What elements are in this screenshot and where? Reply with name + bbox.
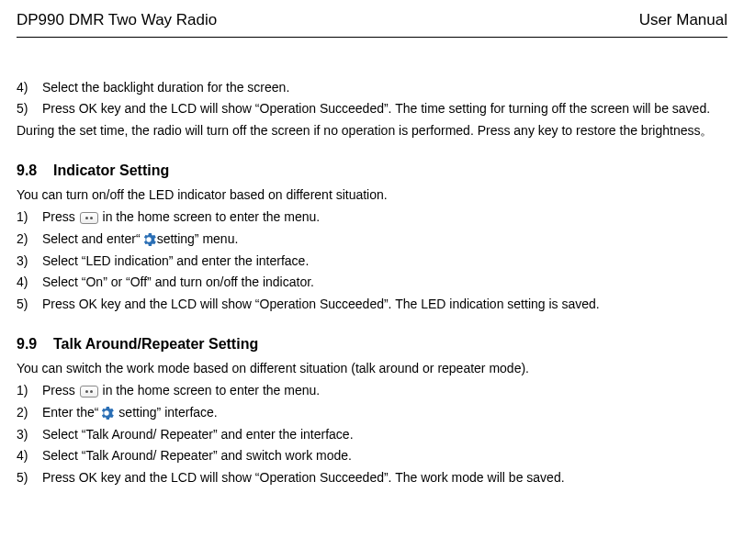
list-number: 4) <box>17 274 42 292</box>
list-text: Select “On” or “Off” and turn on/off the… <box>42 274 314 289</box>
list-item: 1)Press in the home screen to enter the … <box>17 382 727 400</box>
list-text: Select the backlight duration for the sc… <box>42 80 289 95</box>
list-number: 5) <box>17 296 42 314</box>
list-text: Select “LED indication” and enter the in… <box>42 253 309 268</box>
list-item: 4)Select the backlight duration for the … <box>17 79 727 97</box>
section-title: Indicator Setting <box>53 162 169 178</box>
list-number: 1) <box>17 208 42 227</box>
list-number: 3) <box>17 426 42 444</box>
list-item: 3)Select “Talk Around/ Repeater” and ent… <box>17 426 727 444</box>
list-number: 5) <box>17 469 42 487</box>
list-text: Press OK key and the LCD will show “Oper… <box>42 470 565 485</box>
list-text: Press <box>42 209 75 224</box>
document-body: 4)Select the backlight duration for the … <box>17 79 727 487</box>
list-text: in the home screen to enter the menu. <box>103 209 321 224</box>
list-item: 5)Press OK key and the LCD will show “Op… <box>17 296 727 314</box>
list-number: 3) <box>17 252 42 271</box>
list-text: Select “Talk Around/ Repeater” and switc… <box>42 448 352 463</box>
list-text: in the home screen to enter the menu. <box>103 383 321 398</box>
list-text: setting” menu. <box>157 231 239 246</box>
list-item: 2)Select and enter“setting” menu. <box>17 230 727 249</box>
list-number: 4) <box>17 79 42 97</box>
list-item: 4)Select “On” or “Off” and turn on/off t… <box>17 274 727 292</box>
list-text: Enter the“ <box>42 405 98 420</box>
list-text: Select “Talk Around/ Repeater” and enter… <box>42 427 354 442</box>
header-doc-title: User Manual <box>639 9 727 31</box>
list-item: 2)Enter the“ setting” interface. <box>17 404 727 422</box>
list-number: 5) <box>17 100 42 118</box>
list-item: 1)Press in the home screen to enter the … <box>17 208 727 227</box>
section-number: 9.8 <box>17 162 37 178</box>
list-number: 2) <box>17 230 42 249</box>
gear-icon <box>141 230 157 249</box>
list-number: 4) <box>17 447 42 465</box>
list-text: Select and enter“ <box>42 231 141 246</box>
menu-key-icon <box>79 208 99 227</box>
section-title: Talk Around/Repeater Setting <box>53 336 258 352</box>
list-item: 4)Select “Talk Around/ Repeater” and swi… <box>17 447 727 465</box>
section-heading: 9.8 Indicator Setting <box>17 161 727 181</box>
list-text: Press OK key and the LCD will show “Oper… <box>42 297 600 311</box>
header-product-name: DP990 DMR Two Way Radio <box>17 9 217 31</box>
list-item: 5)Press OK key and the LCD will show “Op… <box>17 469 727 487</box>
list-number: 1) <box>17 382 42 400</box>
paragraph: During the set time, the radio will turn… <box>17 122 727 140</box>
list-text: Press <box>42 383 75 398</box>
menu-key-icon <box>79 382 99 400</box>
list-text: Press OK key and the LCD will show “Oper… <box>42 101 710 116</box>
list-text: setting” interface. <box>115 405 217 420</box>
page-header: DP990 DMR Two Way Radio User Manual <box>17 9 727 38</box>
section-number: 9.9 <box>17 336 37 352</box>
list-item: 5)Press OK key and the LCD will show “Op… <box>17 100 727 118</box>
section-heading: 9.9 Talk Around/Repeater Setting <box>17 334 727 354</box>
list-number: 2) <box>17 404 42 422</box>
paragraph: You can turn on/off the LED indicator ba… <box>17 186 727 205</box>
list-item: 3)Select “LED indication” and enter the … <box>17 252 727 271</box>
gear-icon <box>98 404 115 422</box>
paragraph: You can switch the work mode based on di… <box>17 360 727 378</box>
